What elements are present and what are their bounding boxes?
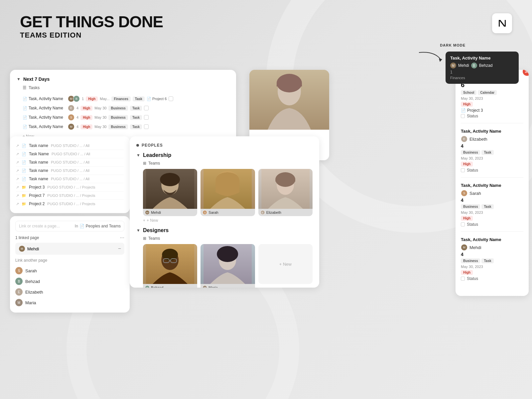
checkbox-3[interactable] [461,222,465,226]
tag-task-3: Task [130,115,142,120]
gallery-item-sarah[interactable]: S Sarah [200,169,255,216]
remove-link-button[interactable]: − [118,246,121,252]
avatar-sarah: S [15,267,23,274]
avatar-group-1: M B [68,95,80,102]
list-item: ↗ 📄 Task name PUGO STUDIO / ... / All [16,175,124,183]
badge-calendar: Calendar [478,90,497,95]
detail-num-2: 4 [461,143,523,149]
task-checkbox-1[interactable] [169,96,173,101]
dots-menu[interactable]: ··· [120,235,124,241]
avatar-sarah-1: S [68,114,74,121]
tasks-section-header: ▼ Next 7 Days [17,76,229,82]
link-another[interactable]: Link another page [15,258,124,263]
tasklist-card: ↗ 📄 Task name PUGO STUDIO / ... / All ↗ … [10,136,130,213]
profile-image [249,70,329,130]
badge-school: School [461,90,476,95]
tag-business-4: Business [108,124,128,129]
task-name-3: 📄 Task, Activity Name [23,115,66,120]
detail-badge-row-5: Business Task [461,258,523,263]
gallery-image-maria [200,244,255,284]
avatar-group-2: E [68,105,74,111]
avatar-behzad: B [73,95,80,102]
detail-badge-row-2: High [461,102,523,107]
detail-task-title-1: Task, Activity Name [461,129,523,134]
detail-badge-row-1: School Calendar [461,90,523,95]
link-card: Link or create a page... In 📄 Peoples an… [10,216,130,313]
task-project-1: 📄 Project 6 [147,97,167,101]
gallery-item-add-new[interactable]: + New [258,244,313,284]
task-num-1: 1 [82,97,84,101]
next7days-label: Next 7 Days [23,76,50,82]
detail-person-1: E Elizabeth [461,136,523,142]
list-item: S Sarah [15,265,124,276]
list-icon: ☰ [23,85,27,90]
linked-person-name: M Mehdi [19,245,39,252]
table-row: 📄 Task, Activity Name S 4 High May 30 Bu… [17,113,229,122]
toggle-arrow[interactable]: ▼ [17,77,21,81]
gallery-name-maria: M Maria [200,284,255,288]
people-list: S Sarah B Behzad E Elizabeth M Maria [15,265,124,308]
table-row: 📄 Task, Activity Name M 4 High May 30 Bu… [17,122,229,131]
detail-task-title-3: Task, Activity Name [461,237,523,242]
dark-mode-label: DARK MODE [440,43,466,47]
avatar-behzad-link: B [15,278,23,285]
list-item: B Behzad [15,276,124,287]
linked-person-item: M Mehdi − [15,243,124,255]
list-item: ↗ 📄 Task name PUGO STUDIO / ... / All [16,142,124,150]
gallery-item-behzad[interactable]: B Behzad [143,244,197,288]
link-placeholder[interactable]: Link or create a page... [19,224,60,228]
checkbox-4[interactable] [461,277,465,281]
task-checkbox-2[interactable] [144,106,149,110]
task-date-2: May 30 [94,106,106,110]
gallery-image-behzad [143,244,197,284]
task-checkbox-4[interactable] [144,124,149,129]
priority-badge-3: High [80,115,92,120]
checkbox-2[interactable] [461,168,465,172]
group-header-leadership: ▼ Leadership [136,152,313,158]
list-item: ↗ 📁 Project 2 PUGO STUDIO / ... / Projec… [16,200,124,208]
table-row: 📄 Task, Activity Name E 4 High May 30 Bu… [17,103,229,113]
detail-section-sarah: Task, Activity Name S Sarah 4 Business T… [461,183,523,232]
tooltip-sub: Finances [450,76,514,80]
notion-logo [492,13,512,33]
detail-date-4: May 30, 2023 [461,265,523,269]
list-item: ↗ 📁 Project 7 PUGO STUDIO / ... / Projec… [16,192,124,200]
page-subtitle: TEAMS EDITION [20,31,163,40]
dark-mode-tooltip: Task, Activity Name M Mehdi B Behzad 1 F… [446,52,519,84]
tag-finances: Finances [111,96,130,101]
svg-point-22 [217,246,238,262]
notification-badge: 30 [523,70,529,76]
tag-task-4: Task [130,124,142,129]
task-num-2: 4 [76,106,78,110]
list-item: ↗ 📄 Task name PUGO STUDIO / ... / All [16,158,124,167]
task-checkbox-3[interactable] [144,115,149,120]
priority-badge-1: High [86,96,98,101]
tooltip-person1: Mehdi [458,63,469,68]
gallery-item-mehdi[interactable]: M Mehdi [143,169,197,216]
badge-business-2: Business [461,204,480,209]
badge-high-4: High [461,270,473,275]
status-row-3: Status [461,222,523,227]
badge-high-1: High [461,102,473,107]
peoples-header: PEOPLES [136,143,313,148]
detail-person-3: M Mehdi [461,244,523,251]
avatar-elizabeth-1: E [68,105,74,111]
checkbox-1[interactable] [461,114,465,118]
add-new-leadership[interactable]: ++ New [136,218,313,223]
list-item: ↗ 📁 Project 3 PUGO STUDIO / ... / Projec… [16,183,124,192]
link-input-container: Link or create a page... In 📄 Peoples an… [15,221,124,231]
tooltip-avatar-behzad: B [471,63,477,68]
dark-mode-arrow [417,49,444,63]
detail-task-title-2: Task, Activity Name [461,183,523,188]
list-item: M Maria [15,297,124,308]
gallery-name-mehdi: M Mehdi [143,209,197,216]
priority-badge-4: High [80,124,92,129]
header: GET THINGS DONE TEAMS EDITION [20,13,163,40]
detail-badge-row-4: Business Task [461,204,523,209]
gallery-item-elizabeth[interactable]: E Elizabeth [258,169,313,216]
teams-row-leadership: ⊞ Teams [136,161,313,166]
detail-num-3: 4 [461,198,523,203]
tooltip-avatar-mehdi: M [450,63,456,68]
task-num-4: 4 [76,125,78,129]
gallery-item-maria[interactable]: M Maria [200,244,255,288]
